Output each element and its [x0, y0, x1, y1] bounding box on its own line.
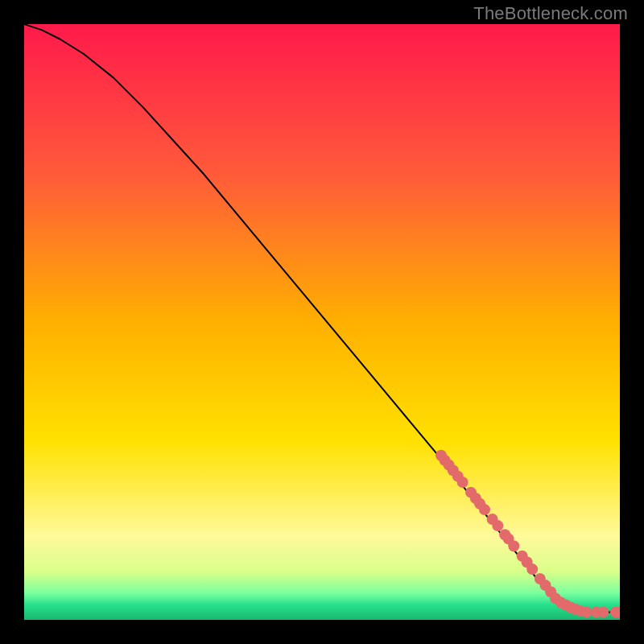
chart-background — [24, 24, 620, 620]
chart-marker — [526, 564, 538, 575]
chart-marker — [492, 520, 503, 531]
chart-stage: TheBottleneck.com — [0, 0, 644, 644]
chart-marker — [479, 504, 490, 515]
chart-svg — [24, 24, 620, 620]
chart-plot-area — [24, 24, 620, 620]
chart-marker — [597, 606, 609, 617]
chart-marker — [457, 477, 469, 488]
chart-marker — [508, 540, 519, 551]
attribution-label: TheBottleneck.com — [473, 3, 628, 24]
